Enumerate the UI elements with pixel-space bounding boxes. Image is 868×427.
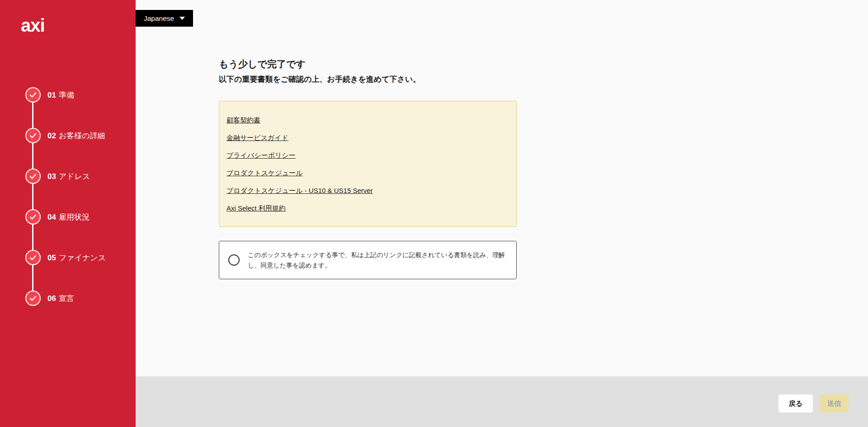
page-title: もう少しで完了です	[219, 58, 306, 70]
step-item-06-declaration[interactable]: 06宣言	[25, 291, 74, 306]
document-link-client-agreement[interactable]: 顧客契約書	[226, 116, 260, 124]
document-link-product-schedule[interactable]: プロダクトスケジュール	[226, 169, 303, 177]
document-link-product-schedule-us10-us15[interactable]: プロダクトスケジュール - US10 & US15 Server	[226, 186, 373, 195]
step-number: 04	[47, 213, 56, 221]
check-icon	[29, 296, 37, 301]
step-label-wrap: 02お客様の詳細	[47, 131, 105, 141]
axi-logo: axi	[21, 16, 45, 34]
documents-panel: 顧客契約書 金融サービスガイド プライバシーポリシー プロダクトスケジュール プ…	[219, 101, 517, 227]
step-completed-circle	[25, 87, 41, 103]
step-label-wrap: 06宣言	[47, 293, 74, 304]
agreement-checkbox[interactable]	[228, 254, 240, 266]
step-completed-circle	[25, 209, 41, 225]
step-number: 06	[47, 294, 56, 303]
step-number: 05	[47, 253, 56, 262]
step-item-02-customer-details[interactable]: 02お客様の詳細	[25, 128, 105, 143]
document-link-privacy-policy[interactable]: プライバシーポリシー	[226, 151, 296, 160]
language-dropdown[interactable]: Japanese	[136, 10, 193, 27]
step-item-05-finance[interactable]: 05ファイナンス	[25, 250, 106, 265]
step-label: アドレス	[59, 172, 90, 181]
page-subtitle: 以下の重要書類をご確認の上、お手続きを進めて下さい。	[219, 74, 420, 84]
submit-button[interactable]: 送信	[820, 394, 849, 413]
document-link-axi-select-terms[interactable]: Axi Select 利用規約	[226, 204, 286, 212]
footer-buttons: 戻る 送信	[778, 394, 849, 413]
step-label: お客様の詳細	[59, 131, 105, 140]
step-label-wrap: 01準備	[47, 90, 74, 100]
step-label-wrap: 04雇用状況	[47, 212, 90, 222]
step-completed-circle	[25, 291, 41, 306]
footer-bar: 戻る 送信	[136, 376, 868, 427]
step-completed-circle	[25, 128, 41, 143]
language-dropdown-label: Japanese	[144, 14, 174, 23]
step-label: 宣言	[59, 294, 74, 303]
agreement-box: このボックスをチェックする事で、私は上記のリンクに記載されている書類を読み、理解…	[219, 241, 517, 279]
step-label: ファイナンス	[59, 253, 106, 262]
stepper-connector-line	[32, 95, 33, 298]
step-label: 雇用状況	[59, 213, 90, 221]
document-link-financial-services-guide[interactable]: 金融サービスガイド	[226, 133, 288, 142]
step-item-04-employment[interactable]: 04雇用状況	[25, 209, 90, 225]
agreement-text: このボックスをチェックする事で、私は上記のリンクに記載されている書類を読み、理解…	[248, 250, 507, 271]
step-item-01-preparation[interactable]: 01準備	[25, 87, 74, 103]
step-completed-circle	[25, 250, 41, 265]
step-number: 01	[47, 91, 56, 99]
back-button[interactable]: 戻る	[778, 394, 813, 413]
check-icon	[29, 133, 37, 139]
step-item-03-address[interactable]: 03アドレス	[25, 169, 90, 184]
step-completed-circle	[25, 169, 41, 184]
check-icon	[29, 214, 37, 220]
step-label-wrap: 03アドレス	[47, 171, 90, 182]
check-icon	[29, 92, 37, 98]
step-number: 03	[47, 172, 56, 181]
chevron-down-icon	[179, 17, 185, 20]
check-icon	[29, 255, 37, 261]
sidebar: axi 01準備 02お客様の詳細 03アドレス 04雇用状況 05ファイナンス	[0, 0, 136, 427]
check-icon	[29, 174, 37, 179]
step-number: 02	[47, 131, 56, 140]
step-label-wrap: 05ファイナンス	[47, 253, 106, 263]
step-label: 準備	[59, 91, 74, 99]
